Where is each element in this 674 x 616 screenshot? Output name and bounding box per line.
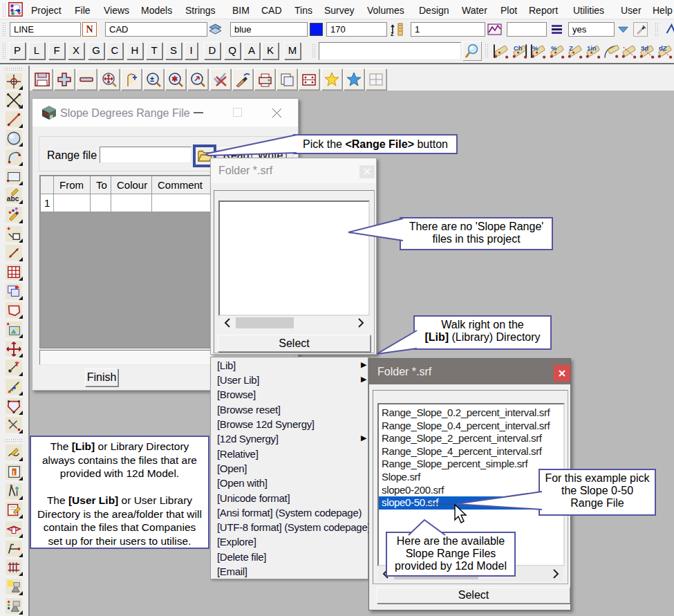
svg-text:Ch: Ch [514, 44, 523, 52]
svg-text:1in: 1in [587, 44, 597, 52]
svg-text:abc: abc [7, 196, 19, 203]
svg-text:3d: 3d [641, 44, 648, 52]
svg-text:%: % [551, 44, 557, 52]
svg-text:dZ: dZ [659, 44, 667, 52]
svg-text:z: z [391, 30, 394, 37]
svg-text:I: I [13, 469, 15, 476]
svg-text:✱: ✱ [171, 75, 178, 83]
svg-text:%: % [532, 44, 539, 52]
svg-text:12: 12 [43, 111, 49, 117]
svg-text:±: ± [150, 75, 154, 83]
svg-text:d: d [50, 114, 53, 119]
svg-text:Z: Z [569, 44, 573, 52]
